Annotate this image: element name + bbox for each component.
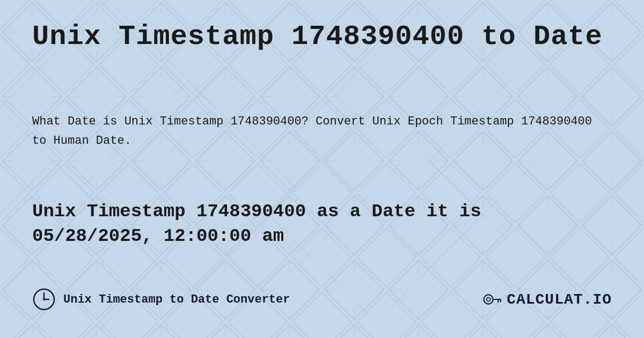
result-line1: Unix Timestamp 1748390400 as a Date it i… [32, 201, 481, 222]
footer-label: Unix Timestamp to Date Converter [63, 293, 290, 306]
title-section: Unix Timestamp 1748390400 to Date [32, 21, 612, 52]
result-section: Unix Timestamp 1748390400 as a Date it i… [32, 200, 612, 249]
result-text: Unix Timestamp 1748390400 as a Date it i… [32, 200, 612, 249]
page-title: Unix Timestamp 1748390400 to Date [32, 21, 612, 52]
svg-point-21 [484, 295, 493, 304]
clock-icon [32, 288, 56, 311]
svg-point-22 [487, 298, 491, 302]
footer: Unix Timestamp to Date Converter CALCULA… [32, 288, 612, 317]
footer-left: Unix Timestamp to Date Converter [32, 288, 290, 311]
page-content: Unix Timestamp 1748390400 to Date What D… [0, 0, 644, 338]
logo-text: CALCULAT.IO [507, 291, 612, 308]
logo-area: CALCULAT.IO [482, 289, 612, 310]
result-line2: 05/28/2025, 12:00:00 am [32, 226, 284, 246]
logo-icon [482, 289, 502, 310]
description-text: What Date is Unix Timestamp 1748390400? … [32, 112, 596, 150]
svg-point-20 [43, 298, 45, 300]
